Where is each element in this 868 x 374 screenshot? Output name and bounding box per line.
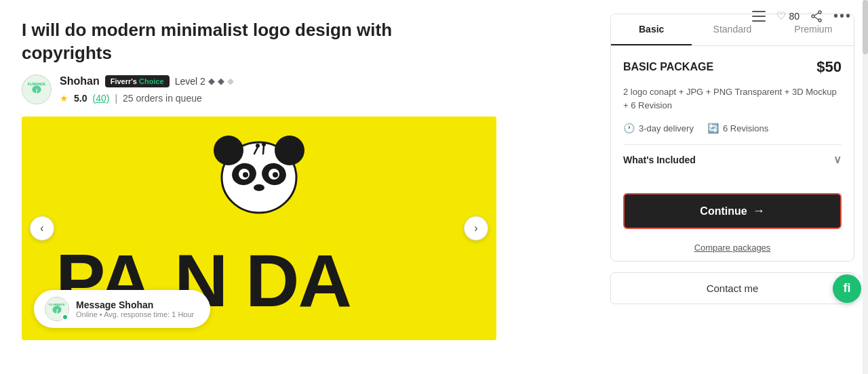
scrollbar-thumb[interactable] [863,0,868,54]
package-meta: 🕐 3-day delivery 🔄 6 Revisions [623,123,842,133]
rating-score: 5.0 [74,93,87,104]
clock-icon: 🕐 [623,123,635,133]
seller-level: Level 2 ◆ ◆ ◆ [175,76,234,87]
svg-point-4 [812,15,814,18]
seller-avatar: FLORANCE ƒ [22,75,52,104]
heart-icon: ♡ [776,9,786,22]
svg-point-20 [243,172,248,178]
star-icon: ★ [60,93,68,104]
svg-point-3 [818,11,821,14]
svg-text:ƒ: ƒ [56,308,58,313]
svg-point-26 [262,142,266,146]
svg-line-24 [263,146,264,154]
svg-rect-1 [752,16,766,17]
seller-name-badges: Shohan Fiverr's Choice Level 2 ◆ ◆ ◆ [60,75,234,87]
arrow-icon: → [753,204,765,218]
message-bubble[interactable]: FLORANCE ƒ Message Shohan Online • Avg. … [34,290,210,328]
more-options-icon[interactable]: ••• [833,8,852,24]
rating-row: ★ 5.0 (40) | 25 orders in queue [60,93,234,104]
diamond-icon-3: ◆ [227,76,234,86]
bubble-name: Message Shohan [76,299,194,310]
left-content: I will do modern minimalist logo design … [0,0,604,374]
continue-label: Continue [700,205,747,217]
rating-count[interactable]: (40) [92,93,109,104]
svg-point-15 [275,136,304,165]
contact-section: Contact me fi [610,272,854,304]
seller-name[interactable]: Shohan [60,75,100,87]
svg-point-21 [273,172,278,178]
gig-title: I will do modern minimalist logo design … [22,19,483,65]
heart-count-value: 80 [789,11,800,22]
header-toolbar: ♡ 80 ••• [752,8,852,24]
diamond-icon-2: ◆ [218,76,224,86]
compare-packages-link[interactable]: Compare packages [611,238,854,261]
chevron-down-icon: ∨ [833,153,842,166]
svg-line-7 [814,17,818,20]
package-body: BASIC PACKAGE $50 2 logo conapt + JPG + … [611,46,854,185]
bubble-subtitle: Online • Avg. response time: 1 Hour [76,310,194,318]
orders-queue: 25 orders in queue [123,93,202,104]
share-icon[interactable] [810,10,823,22]
continue-btn-wrapper: Continue → [611,185,854,238]
image-carousel: ‹ [22,117,496,340]
package-name: BASIC PACKAGE [623,61,713,73]
svg-rect-0 [752,11,766,12]
package-card: Basic Standard Premium BASIC PACKAGE $50… [610,14,854,262]
badge-choice-text: Choice [137,77,164,85]
bubble-text: Message Shohan Online • Avg. response ti… [76,299,194,318]
carousel-prev-button[interactable]: ‹ [30,216,54,241]
revisions-meta: 🔄 6 Revisions [707,123,768,133]
contact-me-button[interactable]: Contact me [610,272,854,304]
svg-text:DA: DA [245,238,351,322]
svg-point-22 [254,184,264,191]
divider: | [115,93,117,104]
carousel-next-button[interactable]: › [464,216,488,241]
package-price: $50 [816,58,842,76]
main-container: ♡ 80 ••• I will do modern minimalist log… [0,0,868,374]
online-indicator [62,314,68,320]
diamond-icon-1: ◆ [208,76,215,86]
revisions-icon: 🔄 [707,123,719,133]
fiverr-circle-button[interactable]: fi [833,274,861,303]
bubble-avatar: FLORANCE ƒ [45,297,69,321]
svg-point-5 [818,19,821,22]
badge-fiverr-text: Fiverr's [111,77,137,85]
revisions-text: 6 Revisions [723,123,768,133]
whats-included-label: What's Included [623,154,696,165]
whats-included-row[interactable]: What's Included ∨ [623,144,842,174]
menu-icon[interactable] [752,11,766,22]
package-description: 2 logo conapt + JPG + PNG Transparent + … [623,85,842,112]
svg-point-14 [214,136,243,165]
delivery-meta: 🕐 3-day delivery [623,123,694,133]
fiverr-circle-label: fi [844,281,851,295]
svg-rect-2 [752,20,766,22]
package-header: BASIC PACKAGE $50 [623,58,842,76]
svg-line-6 [814,13,818,16]
right-sidebar: Basic Standard Premium BASIC PACKAGE $50… [604,0,868,374]
heart-count-group[interactable]: ♡ 80 [776,9,800,22]
fiverrs-choice-badge: Fiverr's Choice [105,75,170,87]
scrollbar[interactable] [863,0,868,374]
svg-point-25 [256,144,260,148]
delivery-text: 3-day delivery [639,123,694,133]
seller-row: FLORANCE ƒ Shohan Fiverr's Choice Level … [22,75,587,104]
svg-text:ƒ: ƒ [35,87,38,93]
tab-basic[interactable]: Basic [611,14,692,45]
continue-button[interactable]: Continue → [623,193,842,229]
